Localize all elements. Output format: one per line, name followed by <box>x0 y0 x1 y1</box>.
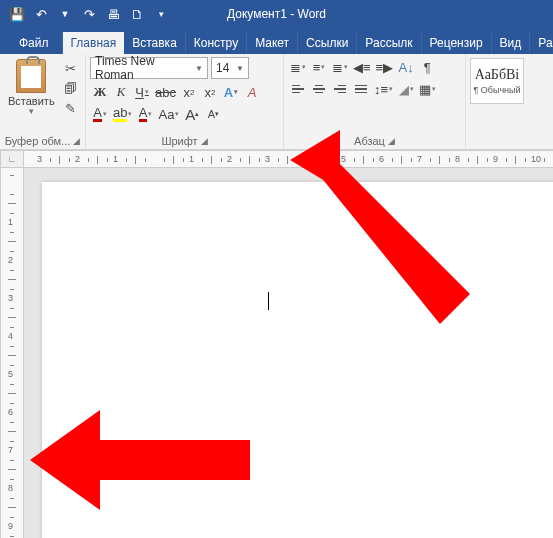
tab-view[interactable]: Вид <box>492 32 531 54</box>
show-marks-button[interactable]: ¶ <box>417 57 437 77</box>
title-bar: 💾 ↶ ▼ ↷ 🖶 🗋 ▾ Документ1 - Word <box>0 0 553 28</box>
chevron-down-icon: ▼ <box>195 64 203 73</box>
style-normal[interactable]: АаБбВі ¶ Обычный <box>470 58 524 104</box>
font-name-combo[interactable]: Times New Roman▼ <box>90 57 208 79</box>
paragraph-group: ≣▾ ≡▾ ≣▾ ◀≡ ≡▶ A↓ ¶ ↕≡▾ ◢▾ ▦▾ Абзац◢ <box>284 54 466 149</box>
cut-button[interactable]: ✂ <box>62 59 80 77</box>
ribbon-tabs: Файл Главная Вставка Констру Макет Ссылк… <box>0 28 553 54</box>
dialog-launcher-icon[interactable]: ◢ <box>201 136 208 146</box>
tab-references[interactable]: Ссылки <box>298 32 357 54</box>
highlight-button[interactable]: ab▾ <box>111 104 134 124</box>
text-effects-button[interactable]: A▾ <box>221 82 241 102</box>
style-sample-text: АаБбВі <box>475 67 520 83</box>
decrease-indent-button[interactable]: ◀≡ <box>351 57 373 77</box>
undo-button[interactable]: ↶ <box>30 3 52 25</box>
font-size-combo[interactable]: 14▼ <box>211 57 249 79</box>
tab-layout[interactable]: Макет <box>247 32 298 54</box>
undo-dropdown-icon[interactable]: ▼ <box>54 3 76 25</box>
paragraph-group-label: Абзац <box>354 135 385 147</box>
chevron-down-icon: ▼ <box>27 107 35 116</box>
align-left-button[interactable] <box>288 79 308 99</box>
paste-label: Вставить <box>8 95 55 107</box>
align-center-button[interactable] <box>309 79 329 99</box>
paste-button[interactable]: Вставить ▼ <box>4 57 59 118</box>
ruler-corner[interactable]: ∟ <box>0 150 24 168</box>
font-group-label: Шрифт <box>161 135 197 147</box>
customize-qa-icon[interactable]: ▾ <box>150 3 172 25</box>
font-name-value: Times New Roman <box>95 54 195 82</box>
font-color2-button[interactable]: A▾ <box>135 104 155 124</box>
quick-print-button[interactable]: 🖶 <box>102 3 124 25</box>
tab-developer[interactable]: Разрабо <box>530 32 553 54</box>
clipboard-group: Вставить ▼ ✂ 🗐 ✎ Буфер обм...◢ <box>0 54 86 149</box>
borders-button[interactable]: ▦▾ <box>417 79 438 99</box>
tab-home[interactable]: Главная <box>63 32 125 54</box>
clipboard-group-label: Буфер обм... <box>5 135 71 147</box>
horizontal-ruler[interactable]: 3211234567891011 <box>24 150 553 168</box>
ribbon: Вставить ▼ ✂ 🗐 ✎ Буфер обм...◢ Times New… <box>0 54 553 150</box>
bold-button[interactable]: Ж <box>90 82 110 102</box>
window-title: Документ1 - Word <box>227 7 326 21</box>
sort-button[interactable]: A↓ <box>396 57 416 77</box>
tab-insert[interactable]: Вставка <box>124 32 186 54</box>
dialog-launcher-icon[interactable]: ◢ <box>388 136 395 146</box>
strike-button[interactable]: abc <box>153 82 178 102</box>
redo-button[interactable]: ↷ <box>78 3 100 25</box>
multilevel-button[interactable]: ≣▾ <box>330 57 350 77</box>
justify-button[interactable] <box>351 79 371 99</box>
subscript-button[interactable]: x2 <box>179 82 199 102</box>
tab-design[interactable]: Констру <box>186 32 247 54</box>
new-doc-button[interactable]: 🗋 <box>126 3 148 25</box>
copy-button[interactable]: 🗐 <box>62 79 80 97</box>
increase-indent-button[interactable]: ≡▶ <box>374 57 396 77</box>
line-spacing-button[interactable]: ↕≡▾ <box>372 79 395 99</box>
chevron-down-icon: ▼ <box>236 64 244 73</box>
superscript-button[interactable]: x2 <box>200 82 220 102</box>
save-button[interactable]: 💾 <box>6 3 28 25</box>
numbering-button[interactable]: ≡▾ <box>309 57 329 77</box>
shading-button[interactable]: ◢▾ <box>396 79 416 99</box>
shrink-font-button[interactable]: A▾ <box>203 104 223 124</box>
quick-access-toolbar: 💾 ↶ ▼ ↷ 🖶 🗋 ▾ <box>6 3 172 25</box>
document-area <box>24 168 553 538</box>
font-group: Times New Roman▼ 14▼ Ж К Ч▾ abc x2 x2 A▾… <box>86 54 284 149</box>
font-color-button[interactable]: A▾ <box>90 104 110 124</box>
vertical-ruler[interactable]: 12345678910 <box>0 168 24 538</box>
text-cursor <box>268 292 269 310</box>
style-name-label: ¶ Обычный <box>473 85 520 95</box>
change-case-button[interactable]: Aa▾ <box>156 104 181 124</box>
bullets-button[interactable]: ≣▾ <box>288 57 308 77</box>
tab-file[interactable]: Файл <box>6 32 63 54</box>
italic-button[interactable]: К <box>111 82 131 102</box>
underline-button[interactable]: Ч▾ <box>132 82 152 102</box>
clipboard-icon <box>16 59 46 93</box>
grow-font-button[interactable]: A▴ <box>182 104 202 124</box>
styles-group: АаБбВі ¶ Обычный <box>466 54 528 149</box>
dialog-launcher-icon[interactable]: ◢ <box>73 136 80 146</box>
page[interactable] <box>42 182 553 538</box>
font-size-value: 14 <box>216 61 229 75</box>
clear-format-button[interactable]: A <box>242 82 262 102</box>
align-right-button[interactable] <box>330 79 350 99</box>
tab-mailings[interactable]: Рассылк <box>357 32 421 54</box>
format-painter-button[interactable]: ✎ <box>62 99 80 117</box>
tab-review[interactable]: Рецензир <box>422 32 492 54</box>
